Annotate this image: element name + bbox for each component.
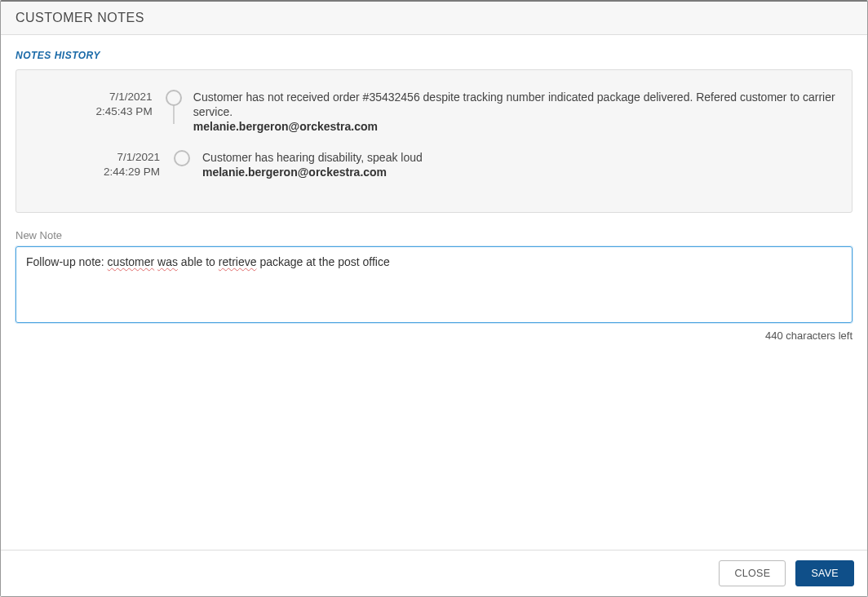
timeline-circle-icon (166, 90, 182, 106)
note-author: melanie.bergeron@orckestra.com (193, 119, 837, 134)
timeline-marker-col (162, 88, 185, 106)
note-item: 7/1/2021 2:44:29 PM Customer has hearing… (31, 148, 837, 179)
timeline-marker-col (170, 148, 194, 166)
note-time: 2:45:43 PM (31, 104, 153, 119)
close-button[interactable]: CLOSE (719, 560, 786, 586)
note-date: 7/1/2021 (31, 90, 153, 104)
note-author: melanie.bergeron@orckestra.com (202, 165, 837, 179)
note-text: Customer has hearing disability, speak l… (202, 150, 837, 165)
customer-notes-dialog: CUSTOMER NOTES NOTES HISTORY 7/1/2021 2:… (0, 0, 868, 597)
note-text: Customer has not received order #3543245… (193, 90, 837, 119)
dialog-content: NOTES HISTORY 7/1/2021 2:45:43 PM Custom… (1, 35, 867, 550)
save-button[interactable]: SAVE (795, 560, 854, 586)
note-timestamp: 7/1/2021 2:45:43 PM (31, 88, 162, 119)
note-timestamp: 7/1/2021 2:44:29 PM (31, 148, 170, 179)
note-item: 7/1/2021 2:45:43 PM Customer has not rec… (31, 88, 837, 134)
note-body: Customer has hearing disability, speak l… (194, 148, 837, 179)
notes-history-panel: 7/1/2021 2:45:43 PM Customer has not rec… (16, 69, 852, 213)
dialog-footer: CLOSE SAVE (1, 550, 867, 596)
new-note-label: New Note (16, 229, 852, 241)
note-body: Customer has not received order #3543245… (185, 88, 837, 134)
timeline-connector (173, 104, 175, 124)
notes-history-label: NOTES HISTORY (16, 50, 852, 61)
timeline-circle-icon (174, 150, 190, 166)
note-time: 2:44:29 PM (31, 165, 160, 179)
characters-left: 440 characters left (16, 329, 852, 342)
notes-timeline: 7/1/2021 2:45:43 PM Customer has not rec… (31, 88, 837, 179)
new-note-textarea[interactable]: Follow-up note: customer was able to ret… (16, 246, 852, 323)
dialog-title: CUSTOMER NOTES (1, 2, 867, 35)
note-date: 7/1/2021 (31, 150, 160, 165)
